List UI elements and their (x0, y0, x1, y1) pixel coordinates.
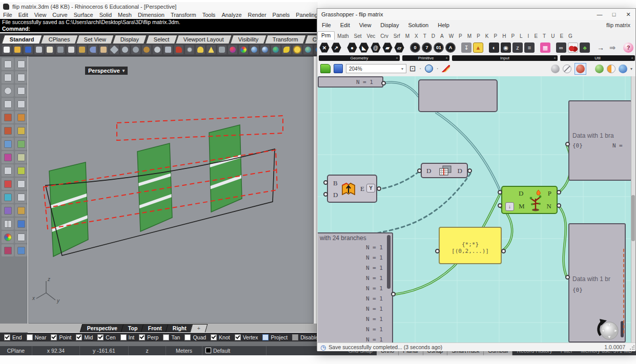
loft-tool-icon[interactable] (2, 124, 14, 137)
boolean-toggle-icon[interactable]: ◉ (501, 42, 511, 53)
partial-panel-top-left[interactable]: N = 1 (318, 76, 383, 88)
button-object-icon[interactable]: ◐ (489, 42, 499, 53)
spotlight-icon[interactable] (207, 45, 216, 54)
tab-t[interactable]: T (540, 32, 548, 40)
menu-panels[interactable]: Panels (270, 12, 293, 18)
new-file-icon[interactable] (2, 45, 11, 54)
tab-math[interactable]: Math (335, 32, 351, 40)
units-cell[interactable]: Meters (166, 346, 202, 355)
menu-render[interactable]: Render (245, 12, 270, 18)
select-tool-icon[interactable] (2, 58, 14, 70)
text-param-icon[interactable]: A (445, 42, 456, 53)
output-nub[interactable] (391, 292, 396, 296)
tab-p4[interactable]: P (508, 32, 517, 40)
cplane-cell[interactable]: CPlane (0, 346, 32, 355)
osnap-near-checkbox[interactable] (27, 334, 33, 340)
osnap-cen-checkbox[interactable] (97, 334, 104, 340)
osnap-point[interactable]: Point (51, 334, 71, 340)
spiral-param-icon[interactable]: @ (371, 42, 381, 53)
selection-filter-icon[interactable] (15, 58, 27, 70)
minimize-button[interactable]: — (592, 9, 607, 19)
print-icon[interactable] (34, 45, 44, 54)
grasshopper-canvas[interactable]: N = 1 D D B D (318, 76, 635, 342)
tab-l[interactable]: L (517, 32, 525, 40)
osnap-int-checkbox[interactable] (120, 334, 127, 340)
zoom-extents-canvas-icon[interactable]: ⊡ (409, 64, 416, 73)
maximize-button[interactable]: □ (607, 9, 621, 19)
input-nub[interactable] (498, 203, 502, 208)
input-nub[interactable] (435, 249, 440, 253)
boolean-tool-icon[interactable] (15, 138, 27, 150)
tab-u[interactable]: U (548, 32, 557, 40)
offset-tool-icon[interactable] (15, 191, 27, 203)
trim-tool-icon[interactable] (2, 178, 14, 190)
osnap-quad[interactable]: Quad (184, 334, 206, 340)
paste-icon[interactable] (77, 45, 87, 54)
solid-tool-icon[interactable] (2, 138, 14, 150)
wire-explode-to-flip[interactable] (383, 172, 419, 188)
jump-open-arrow-icon[interactable]: ⇒ (607, 42, 618, 53)
value-list-icon[interactable]: z (512, 42, 523, 53)
number-param-icon[interactable]: 7 (422, 42, 432, 53)
osnap-project[interactable]: Project (262, 334, 288, 340)
tab-p1[interactable]: P (456, 32, 465, 40)
canvas-compass-widget[interactable] (594, 316, 621, 342)
osnap-project-checkbox[interactable] (262, 334, 269, 340)
red-dashed-box-upper[interactable] (117, 116, 283, 140)
save-icon[interactable] (24, 45, 33, 54)
selected-only-preview-icon[interactable] (595, 65, 604, 73)
menu-file[interactable]: File (0, 12, 15, 18)
menu-tools[interactable]: Tools (199, 12, 219, 18)
calendar-icon[interactable]: ▦ (540, 42, 550, 53)
menu-curve[interactable]: Curve (49, 12, 70, 18)
toolbar-tab-display[interactable]: Display (113, 35, 148, 44)
zoom-selected-icon[interactable] (142, 45, 151, 54)
render-sphere-icon[interactable] (260, 45, 270, 54)
save-document-icon[interactable] (334, 64, 343, 73)
tab-i[interactable]: I (525, 32, 532, 40)
osnap-near[interactable]: Near (27, 334, 47, 340)
chamfer-tool-icon[interactable] (15, 164, 27, 177)
join-tool-icon[interactable] (15, 151, 27, 163)
toolbar-tab-transform[interactable]: Transform (265, 35, 306, 44)
flatten-toggle-button[interactable]: ↓ (505, 202, 514, 211)
preview-eye-icon[interactable] (425, 65, 433, 73)
render-car-icon[interactable] (174, 45, 183, 54)
group-util[interactable]: Util+ (560, 55, 635, 61)
point-tool-icon[interactable] (2, 71, 14, 83)
undo-icon[interactable] (88, 45, 97, 54)
menu-edit[interactable]: Edit (15, 12, 31, 18)
gh-menu-edit[interactable]: Edit (336, 22, 355, 28)
tab-vector[interactable]: Vec (364, 32, 378, 40)
viewport-title-pill[interactable]: Perspective ▾ (85, 67, 128, 75)
osnap-quad-checkbox[interactable] (184, 334, 191, 340)
menu-solid[interactable]: Solid (96, 12, 115, 18)
input-nub[interactable] (323, 192, 328, 197)
split-tree-component[interactable]: D M ↓ P N (501, 186, 558, 214)
preview-mesh-sphere-icon[interactable] (551, 65, 560, 73)
panel-scrollbar[interactable] (387, 235, 391, 289)
mirror-tool-icon[interactable] (15, 204, 27, 217)
scale-tool-icon[interactable] (2, 204, 14, 217)
osnap-knot-checkbox[interactable] (211, 334, 217, 340)
osnap-perp[interactable]: Perp (139, 334, 158, 340)
boolean-param-icon[interactable]: 01 (434, 42, 444, 53)
tab-params[interactable]: Prm (317, 31, 335, 40)
viewport-tile-icon[interactable] (163, 45, 173, 54)
green-surface-band-right[interactable] (208, 125, 243, 212)
tab-e2[interactable]: E (557, 32, 566, 40)
half-preview-icon[interactable] (607, 65, 616, 73)
tab-intersect[interactable]: X (412, 32, 421, 40)
cone-param-icon[interactable]: ◣ (359, 42, 369, 53)
osnap-tan[interactable]: Tan (163, 334, 180, 340)
sweep-tool-icon[interactable] (15, 111, 27, 123)
surface-param-icon[interactable]: ▱ (394, 42, 404, 53)
tab-curve[interactable]: Crv (378, 32, 391, 40)
osnap-disable-checkbox[interactable] (292, 334, 298, 340)
layer-cell[interactable]: Default (202, 346, 266, 355)
cherries-icon[interactable] (568, 42, 578, 53)
tab-sets[interactable]: Set (352, 32, 364, 40)
geometry-pipeline-icon[interactable]: ↗ (331, 42, 341, 53)
zoom-icon[interactable] (120, 45, 130, 54)
mesh-param-icon[interactable]: ▰ (382, 42, 393, 53)
